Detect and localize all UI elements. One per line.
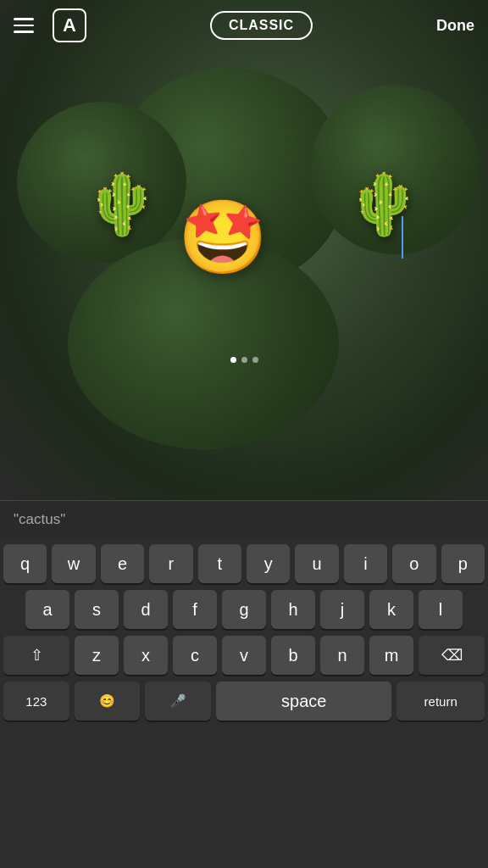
- top-bar: A CLASSIC Done: [0, 0, 488, 51]
- key-c[interactable]: c: [173, 636, 217, 675]
- emoji-key[interactable]: 😊: [75, 682, 141, 721]
- shift-icon: ⇧: [30, 646, 43, 665]
- key-q[interactable]: q: [3, 544, 47, 583]
- done-button[interactable]: Done: [436, 17, 474, 35]
- text-cursor: [402, 216, 403, 259]
- key-o[interactable]: o: [392, 544, 435, 583]
- keyboard: q w e r t y u i o p a s d f g h j k l ⇧ …: [0, 537, 488, 868]
- key-b[interactable]: b: [271, 636, 315, 675]
- key-f[interactable]: f: [173, 590, 217, 629]
- key-k[interactable]: k: [369, 590, 413, 629]
- font-label: A: [63, 14, 76, 36]
- search-bar[interactable]: "cactus": [0, 500, 488, 537]
- canvas-area[interactable]: 🌵 🌵 🤩: [0, 0, 488, 500]
- key-v[interactable]: v: [222, 636, 266, 675]
- key-e[interactable]: e: [101, 544, 144, 583]
- font-button[interactable]: A: [53, 8, 86, 42]
- key-a[interactable]: a: [25, 590, 69, 629]
- page-dot-1: [230, 357, 236, 363]
- key-j[interactable]: j: [320, 590, 364, 629]
- right-cactus-emoji: 🌵: [347, 170, 420, 239]
- page-dot-3: [252, 357, 258, 363]
- key-s[interactable]: s: [75, 590, 119, 629]
- key-y[interactable]: y: [247, 544, 290, 583]
- search-value: "cactus": [14, 511, 65, 528]
- key-p[interactable]: p: [441, 544, 485, 583]
- key-i[interactable]: i: [344, 544, 387, 583]
- left-controls: A: [14, 8, 86, 42]
- key-r[interactable]: r: [149, 544, 192, 583]
- key-l[interactable]: l: [419, 590, 463, 629]
- key-z[interactable]: z: [75, 636, 119, 675]
- key-row-3: ⇧ z x c v b n m ⌫: [3, 636, 485, 675]
- key-x[interactable]: x: [124, 636, 168, 675]
- key-w[interactable]: w: [52, 544, 95, 583]
- key-t[interactable]: t: [198, 544, 241, 583]
- delete-icon: ⌫: [441, 646, 463, 665]
- key-d[interactable]: d: [124, 590, 168, 629]
- key-m[interactable]: m: [369, 636, 413, 675]
- star-face-emoji: 🤩: [178, 195, 268, 280]
- menu-button[interactable]: [14, 10, 44, 41]
- key-row-1: q w e r t y u i o p: [3, 544, 485, 583]
- left-cactus-emoji: 🌵: [85, 170, 158, 239]
- mic-key[interactable]: 🎤: [145, 682, 211, 721]
- page-dot-2: [241, 357, 247, 363]
- key-u[interactable]: u: [295, 544, 338, 583]
- key-g[interactable]: g: [222, 590, 266, 629]
- key-row-bottom: 123 😊 🎤 space return: [3, 682, 485, 721]
- pagination-dots: [0, 357, 488, 368]
- key-n[interactable]: n: [320, 636, 364, 675]
- key-row-2: a s d f g h j k l: [3, 590, 485, 629]
- delete-key[interactable]: ⌫: [419, 636, 485, 675]
- return-key[interactable]: return: [396, 682, 485, 721]
- space-key[interactable]: space: [216, 682, 391, 721]
- classic-button[interactable]: CLASSIC: [210, 11, 313, 40]
- shift-key[interactable]: ⇧: [3, 636, 69, 675]
- numbers-key[interactable]: 123: [3, 682, 69, 721]
- key-h[interactable]: h: [271, 590, 315, 629]
